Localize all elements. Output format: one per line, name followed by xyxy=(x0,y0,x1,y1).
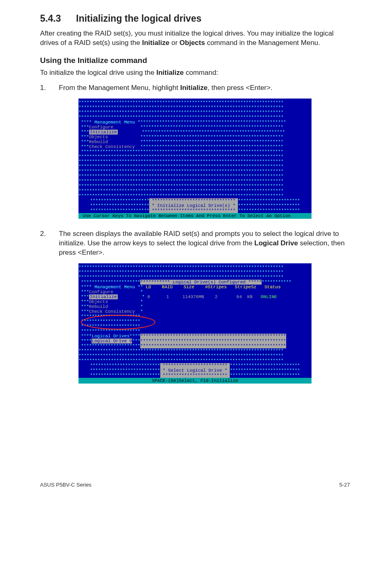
footer-left: ASUS P5BV-C Series xyxy=(40,482,92,488)
col-ld: LD xyxy=(146,285,151,290)
menu-item-rebuild[interactable]: Rebuild xyxy=(89,139,108,144)
footer-right: 5-27 xyxy=(339,482,350,488)
menu-item-initialize[interactable]: Initialize xyxy=(89,294,118,299)
terminal-footer: Use Cursor Keys To Navigate Between Item… xyxy=(78,213,312,219)
menu-item-check[interactable]: Check Consistency xyxy=(89,309,135,314)
subsection-heading: Using the Initialize command xyxy=(40,56,350,65)
col-stripes: #Stripes xyxy=(205,285,227,290)
section-number: 5.4.3 xyxy=(40,13,76,24)
menu-item-configure[interactable]: Configure xyxy=(89,290,113,294)
menu-item-objects[interactable]: Objects xyxy=(89,135,108,139)
page-footer: ASUS P5BV-C Series 5-27 xyxy=(0,482,390,499)
menu-header: Management Menu xyxy=(94,285,135,290)
step-1: 1. From the Management Menu, highlight I… xyxy=(40,83,350,93)
cell-status: ONLINE xyxy=(261,294,277,299)
col-status: Status xyxy=(264,285,281,290)
logical-drives-box-title: Logical Drives xyxy=(92,334,129,339)
cell-stripesz: 64 KB xyxy=(236,294,253,299)
logical-drives-configured-label: Logical Drive(s) Configured xyxy=(173,280,245,285)
step-number: 1. xyxy=(40,83,59,93)
terminal-screenshot-1: ****************************************… xyxy=(78,99,312,219)
terminal-screenshot-2: ****************************************… xyxy=(78,263,312,384)
message-initialize: Initialize Logical Drive(s) xyxy=(157,203,230,208)
section-title: Initializing the logical drives xyxy=(76,13,202,24)
step-2: 2. The screen displays the available RAI… xyxy=(40,229,350,258)
message-select-logical-drive: Select Logical Drive xyxy=(168,368,222,373)
subsection-lead: To initialize the logical drive using th… xyxy=(40,68,350,78)
logical-drive-0[interactable]: Logical Drive 0 xyxy=(92,339,132,343)
step-text: The screen displays the available RAID s… xyxy=(59,229,350,258)
col-raid: RAID xyxy=(162,285,173,290)
terminal-footer: SPACE-(De)Select, F10-Initialize xyxy=(78,378,312,384)
step-number: 2. xyxy=(40,229,59,258)
menu-header: Management Menu xyxy=(94,120,135,125)
menu-item-initialize[interactable]: Initialize xyxy=(89,130,118,135)
cell-ld: 0 xyxy=(147,294,150,299)
section-heading: 5.4.3Initializing the logical drives xyxy=(40,13,350,24)
menu-item-rebuild[interactable]: Rebuild xyxy=(89,304,108,309)
cell-size: 114376MB xyxy=(182,294,204,299)
col-size: Size xyxy=(184,285,194,290)
cell-stripes: 2 xyxy=(215,294,218,299)
menu-item-objects[interactable]: Objects xyxy=(89,299,108,304)
intro-paragraph: After creating the RAID set(s), you must… xyxy=(40,29,350,48)
menu-item-check[interactable]: Check Consistency xyxy=(89,144,135,149)
col-stripesz: StripeSz xyxy=(235,285,256,290)
cell-raid: 1 xyxy=(166,294,169,299)
menu-item-configure[interactable]: Configure xyxy=(89,125,113,130)
step-text: From the Management Menu, highlight Init… xyxy=(59,83,350,93)
